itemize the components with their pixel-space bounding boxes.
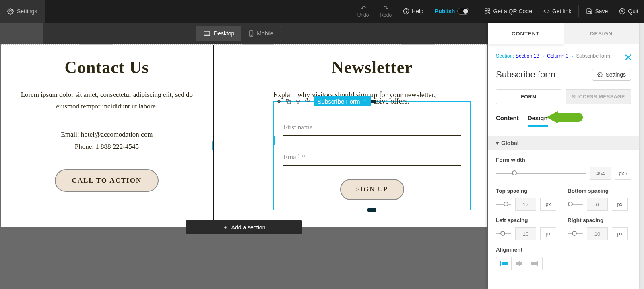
middle-column[interactable] — [213, 45, 257, 227]
canvas-area: Contact Us Lorem ipsum dolor sit amet, c… — [0, 44, 488, 289]
duplicate-icon[interactable] — [284, 97, 293, 106]
form-bottom-handle[interactable] — [367, 208, 376, 212]
align-right-button[interactable] — [527, 257, 542, 270]
form-settings-button[interactable]: Settings — [592, 69, 631, 81]
undo-button[interactable]: ↶ Undo — [352, 5, 375, 18]
email-input[interactable] — [283, 149, 461, 166]
unit-text: px — [619, 170, 624, 176]
qr-code-button[interactable]: Get a QR Code — [479, 0, 538, 23]
svg-rect-5 — [485, 12, 487, 14]
global-label: Global — [501, 140, 519, 146]
email-label: Email: — [61, 131, 81, 138]
undo-icon: ↶ — [361, 5, 366, 12]
gear-icon — [7, 8, 14, 15]
redo-button[interactable]: ↷ Redo — [374, 5, 397, 18]
cta-button[interactable]: CALL TO ACTION — [55, 169, 159, 192]
element-label-badge[interactable]: Subscribe Form ⌃ — [314, 96, 371, 106]
svg-rect-26 — [516, 262, 522, 265]
newsletter-heading: Newsletter — [273, 58, 471, 77]
undo-label: Undo — [357, 12, 369, 18]
mobile-tab[interactable]: Mobile — [242, 26, 281, 41]
redo-label: Redo — [380, 12, 392, 18]
email-link[interactable]: hotel@accomodation.com — [81, 131, 153, 138]
getlink-label: Get link — [552, 8, 571, 15]
publish-toggle[interactable] — [457, 8, 469, 15]
panel-primary-tabs: CONTENT DESIGN — [488, 23, 639, 44]
pill-form[interactable]: FORM — [496, 89, 561, 104]
panel-tab-content[interactable]: CONTENT — [488, 23, 564, 44]
bc-sep2: › — [572, 53, 573, 59]
contact-phone-line: Phone: 1 888 222-4545 — [17, 141, 197, 153]
bottom-spacing-slider[interactable] — [568, 204, 583, 205]
plus-icon: ＋ — [223, 224, 228, 231]
gear-small-icon — [597, 72, 603, 77]
global-section-header[interactable]: ▾ Global — [488, 136, 639, 150]
top-spacing-label: Top spacing — [496, 188, 559, 194]
align-center-button[interactable] — [511, 257, 526, 270]
left-spacing-value[interactable] — [515, 227, 536, 240]
quit-button[interactable]: Quit — [613, 0, 644, 23]
mobile-icon — [249, 30, 254, 37]
right-spacing-slider[interactable] — [568, 233, 583, 234]
form-width-value[interactable] — [590, 167, 611, 180]
desktop-icon — [203, 31, 211, 36]
publish-button[interactable]: Publish — [429, 0, 475, 23]
svg-point-19 — [307, 101, 308, 102]
top-spacing-value[interactable] — [515, 198, 536, 211]
contact-email-line: Email: hotel@accomodation.com — [17, 129, 197, 141]
subtab-content[interactable]: Content — [496, 112, 519, 127]
top-spacing-slider[interactable] — [496, 204, 511, 205]
svg-point-14 — [251, 35, 252, 35]
subscribe-form-element[interactable]: ✥ Subscribe Form ⌃ usive offers. SIGN UP — [273, 101, 471, 210]
trash-icon[interactable] — [293, 97, 303, 106]
pill-success[interactable]: SUCCESS MESSAGE — [566, 89, 631, 104]
publish-label: Publish — [435, 8, 455, 15]
caret-down-icon: ▾ — [496, 140, 499, 146]
subtab-design[interactable]: Design — [528, 112, 548, 127]
bc-column-link[interactable]: Column 3 — [547, 53, 569, 59]
first-name-input[interactable] — [283, 119, 461, 136]
quit-label: Quit — [628, 8, 638, 15]
panel-subtabs: Content Design — [496, 112, 631, 127]
annotation-arrow-icon — [547, 110, 583, 127]
resize-handle-left[interactable] — [273, 136, 275, 145]
element-label-text: Subscribe Form — [318, 98, 360, 105]
signup-button[interactable]: SIGN UP — [340, 179, 405, 200]
panel-title-row: Subscribe form Settings — [496, 69, 631, 81]
form-toolbar: ✥ Subscribe Form ⌃ usive offers. — [274, 96, 409, 107]
form-width-label: Form width — [496, 157, 631, 163]
newsletter-column[interactable]: Newsletter Explain why visitors should s… — [257, 45, 487, 227]
device-switch: Desktop Mobile — [196, 26, 281, 41]
redo-icon: ↷ — [383, 5, 388, 12]
desktop-tab[interactable]: Desktop — [196, 26, 242, 41]
top-spacing-control: px — [496, 198, 559, 211]
right-spacing-value[interactable] — [587, 227, 608, 240]
settings-small-icon[interactable] — [303, 97, 313, 106]
panel-scrollbar-gutter[interactable] — [639, 23, 644, 289]
panel-title: Subscribe form — [496, 69, 555, 80]
panel-close-icon[interactable]: ✕ — [624, 52, 633, 64]
move-icon[interactable]: ✥ — [274, 97, 284, 106]
add-section-button[interactable]: ＋ Add a section — [186, 220, 302, 234]
page-content[interactable]: Contact Us Lorem ipsum dolor sit amet, c… — [1, 44, 487, 227]
help-link[interactable]: Help — [397, 0, 429, 23]
bottom-spacing-unit: px — [612, 198, 628, 211]
bc-section-link[interactable]: Section 13 — [516, 53, 539, 59]
svg-rect-21 — [554, 113, 583, 122]
save-label: Save — [595, 8, 608, 15]
save-button[interactable]: Save — [580, 0, 613, 23]
form-width-slider[interactable] — [496, 173, 586, 174]
svg-rect-24 — [502, 262, 508, 265]
contact-column[interactable]: Contact Us Lorem ipsum dolor sit amet, c… — [1, 45, 213, 227]
panel-tab-design[interactable]: DESIGN — [564, 23, 639, 44]
align-left-button[interactable] — [496, 257, 511, 270]
get-link-button[interactable]: Get link — [538, 0, 577, 23]
settings-button[interactable]: Settings — [0, 0, 45, 23]
bottom-spacing-value[interactable] — [587, 198, 608, 211]
form-state-tabs: FORM SUCCESS MESSAGE — [496, 89, 631, 104]
svg-rect-3 — [485, 9, 487, 11]
form-width-unit[interactable]: px▾ — [615, 167, 631, 180]
contact-body: Lorem ipsum dolor sit amet, consectetur … — [17, 89, 197, 112]
bc-sep1: › — [542, 53, 544, 59]
left-spacing-slider[interactable] — [496, 233, 511, 234]
